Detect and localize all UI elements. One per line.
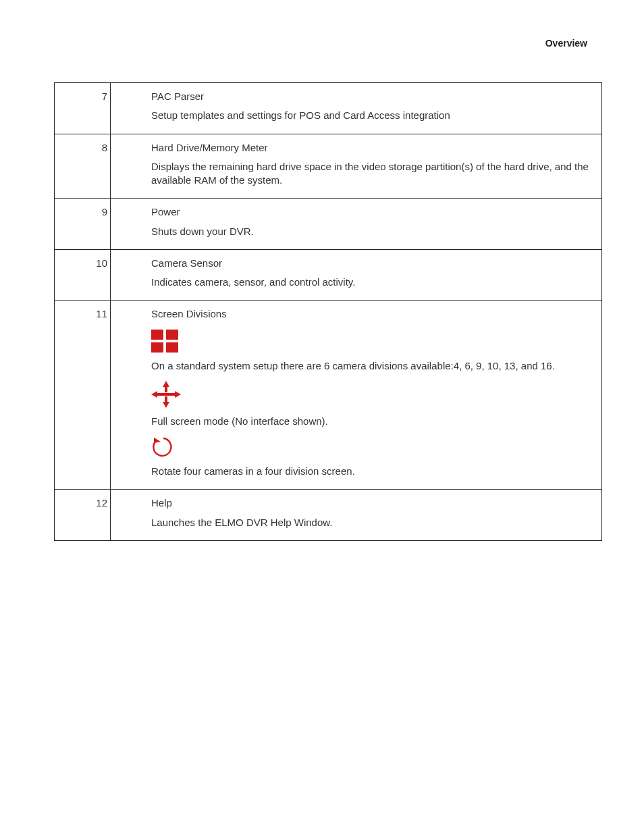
row-desc: Launches the ELMO DVR Help Window. [151, 516, 595, 529]
row-content: Camera Sensor Indicates camera, sensor, … [111, 249, 602, 301]
row-number: 7 [55, 83, 111, 134]
table-row: 12 Help Launches the ELMO DVR Help Windo… [55, 490, 602, 541]
row-title: Help [151, 496, 595, 510]
row-number: 9 [55, 199, 111, 250]
row-content: Help Launches the ELMO DVR Help Window. [111, 490, 602, 541]
row-content: Hard Drive/Memory Meter Displays the rem… [111, 134, 602, 199]
row-desc: Displays the remaining hard drive space … [151, 160, 595, 188]
svg-rect-3 [166, 342, 178, 353]
svg-rect-2 [151, 342, 163, 353]
svg-marker-7 [169, 391, 181, 398]
svg-rect-1 [166, 330, 178, 340]
header-title: Overview [545, 38, 587, 49]
row-content: Screen Divisions On a standard system se… [111, 301, 602, 490]
rotate-icon [151, 436, 595, 458]
svg-marker-4 [163, 381, 169, 392]
row-desc: Setup templates and settings for POS and… [151, 109, 595, 122]
table-row: 7 PAC Parser Setup templates and setting… [55, 83, 602, 134]
fullscreen-arrows-icon [151, 381, 595, 408]
row-title: Hard Drive/Memory Meter [151, 141, 595, 155]
row-number: 11 [55, 301, 111, 490]
row-desc: Full screen mode (No interface shown). [151, 415, 595, 428]
row-title: Camera Sensor [151, 257, 595, 270]
svg-rect-0 [151, 330, 163, 340]
row-content: PAC Parser Setup templates and settings … [111, 83, 602, 134]
row-desc: Shuts down your DVR. [151, 225, 595, 238]
overview-table: 7 PAC Parser Setup templates and setting… [54, 82, 602, 541]
row-number: 8 [55, 134, 111, 199]
svg-marker-9 [154, 438, 161, 443]
table-row: 9 Power Shuts down your DVR. [55, 199, 602, 250]
row-desc: On a standard system setup there are 6 c… [151, 359, 595, 373]
row-title: PAC Parser [151, 90, 595, 103]
table-row: 11 Screen Divisions On a standard system… [55, 301, 602, 490]
row-content: Power Shuts down your DVR. [111, 199, 602, 250]
page-header: Overview [545, 38, 587, 49]
row-number: 12 [55, 490, 111, 541]
svg-marker-5 [163, 396, 169, 408]
svg-rect-8 [163, 393, 169, 396]
row-desc: Rotate four cameras in a four division s… [151, 465, 595, 478]
row-title: Screen Divisions [151, 307, 595, 321]
row-number: 10 [55, 249, 111, 301]
grid-4-icon [151, 330, 595, 353]
table-row: 8 Hard Drive/Memory Meter Displays the r… [55, 134, 602, 199]
row-title: Power [151, 205, 595, 219]
svg-marker-6 [151, 391, 163, 398]
row-desc: Indicates camera, sensor, and control ac… [151, 276, 595, 289]
table-row: 10 Camera Sensor Indicates camera, senso… [55, 249, 602, 301]
